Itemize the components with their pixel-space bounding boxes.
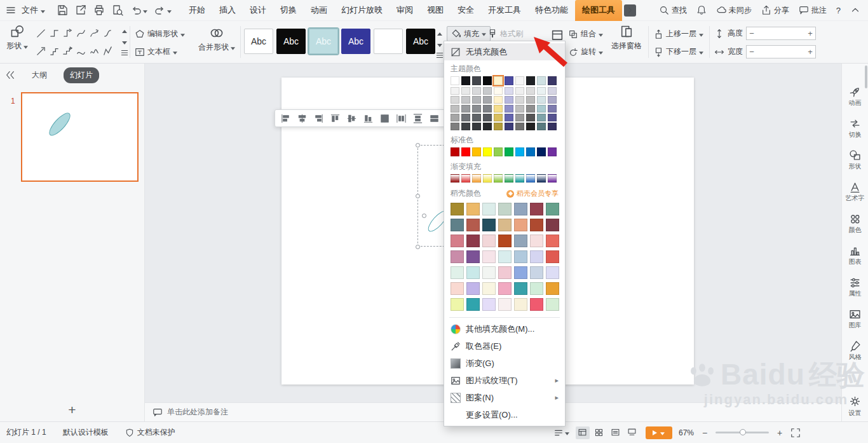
docer-color-swatch[interactable] xyxy=(514,203,527,215)
sync-status-button[interactable]: 未同步 xyxy=(716,5,752,16)
style-more-icon[interactable] xyxy=(435,50,444,60)
zoom-in-button[interactable]: + xyxy=(775,428,784,438)
docer-color-swatch[interactable] xyxy=(498,235,512,247)
color-swatch[interactable] xyxy=(483,87,492,95)
docer-color-swatch[interactable] xyxy=(530,266,543,279)
docer-color-swatch[interactable] xyxy=(451,219,464,231)
docer-color-swatch[interactable] xyxy=(451,203,464,215)
sidebar-item-艺术字[interactable]: 艺术字 xyxy=(846,181,865,201)
height-input[interactable] xyxy=(757,28,805,39)
align-middle-v-icon[interactable] xyxy=(344,111,360,125)
text-style-preset-6[interactable]: Abc xyxy=(406,29,435,54)
color-swatch[interactable] xyxy=(494,174,503,183)
docer-color-swatch[interactable] xyxy=(530,282,543,295)
sidebar-item-动画[interactable]: 动画 xyxy=(849,86,862,106)
color-swatch[interactable] xyxy=(461,114,470,121)
color-swatch[interactable] xyxy=(537,174,546,183)
color-swatch[interactable] xyxy=(472,105,481,112)
color-swatch[interactable] xyxy=(483,114,492,121)
docer-color-swatch[interactable] xyxy=(530,298,543,311)
color-swatch[interactable] xyxy=(472,76,481,85)
color-swatch[interactable] xyxy=(472,174,481,183)
color-swatch[interactable] xyxy=(505,76,513,85)
selection-handle[interactable] xyxy=(416,194,420,198)
collapse-ribbon-icon[interactable] xyxy=(850,5,860,15)
menu-tab-开始[interactable]: 开始 xyxy=(182,0,212,21)
color-swatch[interactable] xyxy=(526,174,535,183)
file-menu-button[interactable]: 文件 xyxy=(17,4,50,16)
color-swatch[interactable] xyxy=(505,114,513,121)
zoom-level[interactable]: 67% xyxy=(679,428,694,437)
color-swatch[interactable] xyxy=(548,174,557,183)
color-swatch[interactable] xyxy=(548,87,557,95)
sidebar-item-风格[interactable]: 风格 xyxy=(849,340,862,360)
selection-pane-button[interactable]: 选择窗格 xyxy=(607,25,646,51)
docer-color-swatch[interactable] xyxy=(466,250,480,263)
shape-preset-7[interactable] xyxy=(34,43,48,59)
text-style-preset-2[interactable]: Abc xyxy=(276,29,306,54)
color-swatch[interactable] xyxy=(494,105,503,112)
docer-color-swatch[interactable] xyxy=(482,219,496,231)
color-swatch[interactable] xyxy=(494,96,503,104)
color-swatch[interactable] xyxy=(494,114,503,121)
color-swatch[interactable] xyxy=(483,96,492,104)
color-swatch[interactable] xyxy=(505,123,513,130)
hamburger-icon[interactable] xyxy=(5,4,17,16)
docer-color-swatch[interactable] xyxy=(546,219,559,231)
color-swatch[interactable] xyxy=(472,87,481,95)
fit-slide-icon[interactable] xyxy=(790,428,801,438)
docer-color-swatch[interactable] xyxy=(466,203,480,215)
shape-preset-5[interactable] xyxy=(88,25,101,41)
zoom-out-button[interactable]: − xyxy=(700,428,709,438)
docer-color-swatch[interactable] xyxy=(466,298,480,311)
docer-color-swatch[interactable] xyxy=(482,282,496,295)
menu-tab-动画[interactable]: 动画 xyxy=(304,0,334,21)
zoom-slider[interactable] xyxy=(715,432,769,433)
sidebar-item-颜色[interactable]: 颜色 xyxy=(849,213,862,233)
docer-color-swatch[interactable] xyxy=(466,282,480,295)
fill-menu-item[interactable]: 其他填充颜色(M)... xyxy=(444,320,565,337)
sidebar-item-切换[interactable]: 切换 xyxy=(849,118,862,138)
color-swatch[interactable] xyxy=(526,114,535,121)
color-swatch[interactable] xyxy=(548,147,557,156)
color-swatch[interactable] xyxy=(515,174,524,183)
align-right-icon[interactable] xyxy=(311,111,327,125)
docer-color-swatch[interactable] xyxy=(546,282,559,295)
text-style-preset-4[interactable]: Abc xyxy=(341,29,370,54)
sidebar-item-属性[interactable]: 属性 xyxy=(849,276,862,297)
export-icon[interactable] xyxy=(75,4,86,16)
sidebar-item-图库[interactable]: 图库 xyxy=(849,308,862,329)
color-swatch[interactable] xyxy=(472,147,481,156)
color-swatch[interactable] xyxy=(537,105,546,112)
format-painter-button[interactable]: 格式刷 xyxy=(487,26,523,41)
docer-color-swatch[interactable] xyxy=(498,298,512,311)
docer-color-swatch[interactable] xyxy=(530,250,543,263)
color-swatch[interactable] xyxy=(537,114,546,121)
docer-color-swatch[interactable] xyxy=(514,219,527,231)
docer-color-swatch[interactable] xyxy=(498,219,512,231)
docer-color-swatch[interactable] xyxy=(546,235,559,247)
save-icon[interactable] xyxy=(57,4,68,16)
align-bottom-icon[interactable] xyxy=(360,111,376,125)
color-swatch[interactable] xyxy=(451,174,459,183)
shape-preset-1[interactable] xyxy=(34,25,48,41)
view-read-icon[interactable] xyxy=(609,426,623,439)
color-swatch[interactable] xyxy=(461,87,470,95)
help-button[interactable]: ? xyxy=(836,6,841,15)
color-swatch[interactable] xyxy=(526,87,535,95)
color-swatch[interactable] xyxy=(483,105,492,112)
color-swatch[interactable] xyxy=(461,174,470,183)
color-swatch[interactable] xyxy=(451,96,459,104)
height-increase-button[interactable]: + xyxy=(805,27,815,39)
align-top-icon[interactable] xyxy=(327,111,343,125)
color-swatch[interactable] xyxy=(537,96,546,104)
send-backward-button[interactable]: 下移一层 xyxy=(653,46,703,57)
color-swatch[interactable] xyxy=(483,123,492,130)
tab-outline[interactable]: 大纲 xyxy=(25,67,53,83)
width-decrease-button[interactable]: − xyxy=(747,46,757,58)
color-swatch[interactable] xyxy=(461,105,470,112)
view-normal-icon[interactable] xyxy=(576,426,590,439)
color-swatch[interactable] xyxy=(472,114,481,121)
color-swatch[interactable] xyxy=(526,96,535,104)
menu-tab-绘图工具[interactable]: 绘图工具 xyxy=(575,0,622,21)
